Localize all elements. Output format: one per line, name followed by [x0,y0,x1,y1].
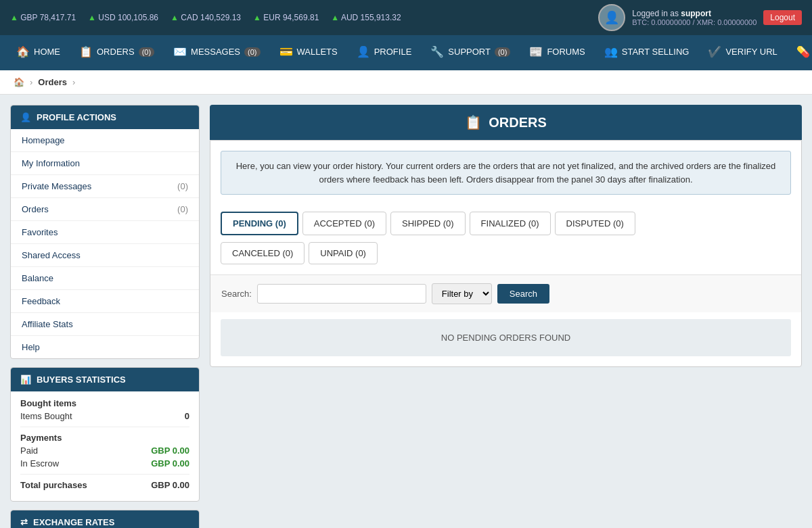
filter-select[interactable]: Filter by [432,283,492,304]
sidebar-item-balance[interactable]: Balance [11,267,199,290]
sidebar-item-homepage[interactable]: Homepage [11,129,199,152]
orders-header: 📋 ORDERS [210,105,802,140]
tab-unpaid[interactable]: UNPAID (0) [309,242,378,264]
sidebar-nav: Homepage My Information Private Messages… [11,129,199,358]
paid-value: GBP 0.00 [151,446,189,456]
nav-harm-reduction[interactable]: 💊 HARM REDUCTION [787,35,812,70]
home-breadcrumb-icon[interactable]: 🏠 [14,77,24,87]
profile-actions-label: PROFILE ACTIONS [37,112,116,122]
breadcrumb-end-separator: › [72,77,75,87]
search-input[interactable] [257,284,426,304]
profile-actions-header: 👤 PROFILE ACTIONS [11,105,199,129]
exchange-rates-header: ⇄ EXCHANGE RATES [11,510,199,528]
exchange-icon: ⇄ [20,517,28,527]
forums-icon: 📰 [529,45,543,58]
top-bar: ▲ GBP 78,417.71 ▲ USD 100,105.86 ▲ CAD 1… [0,0,812,35]
currency-ticker: ▲ GBP 78,417.71 ▲ USD 100,105.86 ▲ CAD 1… [10,13,401,22]
items-bought-row: Items Bought 0 [20,411,189,421]
paid-row: Paid GBP 0.00 [20,446,189,456]
nav-start-selling[interactable]: 👥 START SELLING [595,35,699,70]
avatar: 👤 [598,4,625,31]
items-bought-label: Items Bought [20,411,72,421]
search-row: Search: Filter by Search [210,274,801,312]
sidebar-item-help[interactable]: Help [11,336,199,358]
orders-badge: (0) [139,47,154,57]
search-label: Search: [221,289,252,299]
profile-actions-icon: 👤 [20,112,31,122]
currency-cad: ▲ CAD 140,529.13 [171,13,241,22]
tab-canceled[interactable]: CANCELED (0) [221,242,304,264]
breadcrumb-separator: › [30,77,32,87]
orders-info: Here, you can view your order history. Y… [221,151,791,195]
in-escrow-label: In Escrow [20,458,59,469]
nav-home[interactable]: 🏠 HOME [7,35,70,70]
sidebar-item-favorites[interactable]: Favorites [11,221,199,244]
orders-icon: 📋 [79,45,93,58]
orders-container: Here, you can view your order history. Y… [210,140,802,367]
nav-wallets[interactable]: 💳 WALLETS [270,35,347,70]
tabs-row-1: PENDING (0) ACCEPTED (0) SHIPPED (0) FIN… [210,205,801,239]
search-button[interactable]: Search [497,284,549,304]
user-area: 👤 Logged in as support BTC: 0.00000000 /… [598,4,802,31]
support-badge: (0) [495,47,510,57]
buyers-stats-label: BUYERS STATISTICS [37,375,126,385]
exchange-rates-label: EXCHANGE RATES [33,517,114,527]
buyers-stats-header: 📊 BUYERS STATISTICS [11,368,199,391]
nav-forums[interactable]: 📰 FORUMS [520,35,594,70]
tab-shipped[interactable]: SHIPPED (0) [390,212,466,235]
nav-messages[interactable]: ✉️ MESSAGES (0) [164,35,269,70]
sidebar-item-my-information[interactable]: My Information [11,152,199,175]
total-purchases-row: Total purchases GBP 0.00 [20,480,189,490]
nav-profile[interactable]: 👤 PROFILE [347,35,422,70]
sidebar-item-private-messages[interactable]: Private Messages(0) [11,175,199,198]
selling-icon: 👥 [604,45,618,58]
sidebar-item-feedback[interactable]: Feedback [11,290,199,313]
tabs-row-2: CANCELED (0) UNPAID (0) [210,239,801,274]
no-orders-message: NO PENDING ORDERS FOUND [221,319,791,356]
buyers-stats-section: 📊 BUYERS STATISTICS Bought items Items B… [10,367,200,502]
in-escrow-value: GBP 0.00 [151,458,189,469]
orders-title: ORDERS [489,115,547,130]
wallets-icon: 💳 [279,45,293,58]
breadcrumb: 🏠 › Orders › [0,70,812,95]
orders-header-icon: 📋 [465,114,482,130]
messages-icon: ✉️ [173,45,187,58]
nav-verify-url[interactable]: ✔️ VERIFY URL [698,35,786,70]
home-icon: 🏠 [16,45,30,58]
currency-usd: ▲ USD 100,105.86 [88,13,158,22]
sidebar-item-affiliate-stats[interactable]: Affiliate Stats [11,313,199,336]
total-purchases-value: GBP 0.00 [151,480,189,490]
tab-finalized[interactable]: FINALIZED (0) [470,212,551,235]
sidebar: 👤 PROFILE ACTIONS Homepage My Informatio… [10,105,200,528]
breadcrumb-current: Orders [38,77,67,87]
exchange-rates-section: ⇄ EXCHANGE RATES Bitcoin (BTC) British P… [10,510,200,528]
currency-eur: ▲ EUR 94,569.81 [253,13,319,22]
navbar: 🏠 HOME 📋 ORDERS (0) ✉️ MESSAGES (0) 💳 WA… [0,35,812,70]
support-icon: 🔧 [430,45,444,58]
nav-orders[interactable]: 📋 ORDERS (0) [70,35,164,70]
stats-icon: 📊 [20,375,31,385]
sidebar-item-shared-access[interactable]: Shared Access [11,244,199,267]
orders-main: 📋 ORDERS Here, you can view your order h… [210,105,802,528]
currency-gbp: ▲ GBP 78,417.71 [10,13,76,22]
sidebar-item-orders[interactable]: Orders(0) [11,198,199,221]
nav-support[interactable]: 🔧 SUPPORT (0) [421,35,520,70]
items-bought-value: 0 [185,411,189,421]
tab-pending[interactable]: PENDING (0) [221,212,298,235]
currency-aud: ▲ AUD 155,913.32 [331,13,401,22]
messages-badge: (0) [244,47,260,57]
bought-items-title: Bought items [20,398,189,408]
paid-label: Paid [20,446,38,456]
profile-actions-section: 👤 PROFILE ACTIONS Homepage My Informatio… [10,105,200,359]
verify-icon: ✔️ [708,45,721,58]
payments-title: Payments [20,433,189,443]
harm-icon: 💊 [796,45,810,58]
logout-button[interactable]: Logout [763,10,802,25]
tab-disputed[interactable]: DISPUTED (0) [555,212,635,235]
tab-accepted[interactable]: ACCEPTED (0) [302,212,386,235]
profile-icon: 👤 [357,45,370,58]
user-info: Logged in as support BTC: 0.00000000 / X… [632,9,757,26]
main-content: 👤 PROFILE ACTIONS Homepage My Informatio… [0,95,812,528]
total-purchases-label: Total purchases [20,480,87,490]
in-escrow-row: In Escrow GBP 0.00 [20,458,189,469]
